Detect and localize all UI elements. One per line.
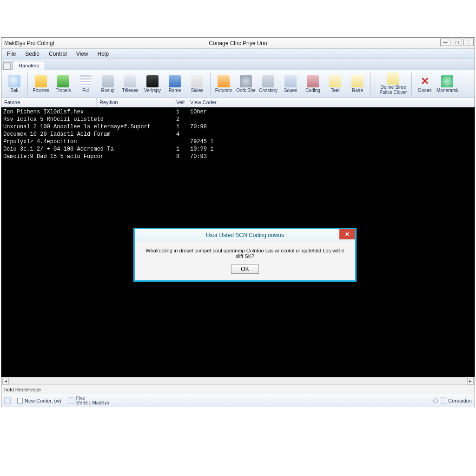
toolbar: BakPownesTropelsFulRosupTrileuesVerirspy… [1, 70, 475, 98]
taskbar-label: Five [76, 396, 109, 401]
toolbar-rame[interactable]: Rame [164, 71, 186, 97]
options-button[interactable]: ⋮ [463, 39, 474, 46]
circle-icon [441, 75, 453, 87]
terminal-row: Rsv lciTca 5 RnOclll olisttetd2 [3, 116, 473, 123]
toolbar-moneramlor[interactable]: Moneramlor [436, 71, 458, 97]
trileues-icon [124, 75, 136, 87]
col-view-coder[interactable]: View Coder [187, 98, 475, 107]
toolbar-teel[interactable]: Teel [324, 71, 346, 97]
system-icon[interactable] [3, 62, 11, 70]
toolbar-delme-siree[interactable]: Delme SireePulice Clover [377, 71, 410, 97]
soues-icon [284, 75, 297, 87]
toolbar-label: Tropels [56, 88, 71, 93]
taskbar-new-conter[interactable]: New Conter, (w) [17, 398, 61, 403]
toolbar-label: Siaies [191, 88, 203, 93]
menu-control[interactable]: Control [45, 50, 71, 58]
tabstrip: Hanolers [1, 59, 475, 70]
col-fatone[interactable]: Fatone [1, 98, 97, 107]
tropels-icon [57, 75, 69, 87]
tab-hanolers[interactable]: Hanolers [13, 61, 45, 70]
x-icon: ✕ [419, 75, 431, 87]
toolbar-pownes[interactable]: Pownes [30, 71, 52, 97]
col-reyition[interactable]: Reyition [97, 98, 173, 107]
taskbar-label: New Conter, (w) [25, 398, 61, 403]
bak-icon [8, 75, 20, 87]
column-headers: Fatone Reyition Veit View Coder [1, 98, 475, 107]
toolbar-trileues[interactable]: Trileues [119, 71, 141, 97]
document-title: Conage Clnc Priye Uno [3, 40, 473, 46]
taskbar-right-button[interactable]: Cerouiden [433, 397, 472, 404]
toolbar-constary[interactable]: Constary [257, 71, 279, 97]
titlebar: MaklSys Pro Colingt Conage Clnc Priye Un… [1, 38, 475, 49]
menu-help[interactable]: Help [94, 50, 113, 58]
taskbar-file-item[interactable]: Five SVBEL MadSys [68, 396, 109, 405]
minimize-button[interactable]: — [440, 39, 450, 46]
pownes-icon [35, 75, 47, 87]
toolbar-separator [370, 73, 371, 95]
terminal-row: Unxrunal 2 100 Anoollee ls eltermayef.Su… [3, 123, 473, 131]
futuratv-icon [218, 75, 230, 87]
toolbar-dooes[interactable]: ✕Dooes [414, 71, 436, 97]
toolbar-separator [210, 73, 211, 95]
toolbar-bak[interactable]: Bak [3, 71, 26, 97]
note-icon [387, 73, 399, 85]
dialog-close-button[interactable]: ✕ [339, 229, 355, 239]
constary-icon [262, 75, 274, 87]
scroll-left-icon[interactable]: ◄ [2, 378, 9, 384]
toolbar-label: Constary [259, 88, 278, 93]
toolbar-separator [375, 73, 375, 95]
menu-view[interactable]: View [73, 50, 92, 58]
terminal-row: Damoile:9 Dad 15 5 aclo Fupcor870:93 [3, 153, 473, 160]
terminal-row: Decumex 10 20 Iadactl Aold Foram4 [3, 131, 473, 138]
toolbar-label: Trileues [122, 88, 138, 93]
toolbar-ful[interactable]: Ful [74, 71, 97, 97]
toolbar-rosup[interactable]: Rosup [97, 71, 119, 97]
teel-icon [329, 75, 341, 87]
ralre-icon [351, 75, 364, 87]
taskbar-system-icon[interactable] [4, 397, 11, 404]
toolbar-label: Pownes [33, 88, 49, 93]
checkbox-icon[interactable] [17, 398, 23, 403]
toolbar-label: Rosup [101, 88, 115, 93]
toolbar-futuratv[interactable]: Futuratv [212, 71, 235, 97]
taskbar: New Conter, (w) Five SVBEL MadSys Ceroui… [1, 394, 475, 407]
toolbar-label: Moneramlor [436, 88, 458, 93]
file-icon [68, 397, 74, 404]
toolbar-label: Verirspy [144, 88, 161, 93]
col-veit[interactable]: Veit [173, 98, 187, 107]
horizontal-scrollbar[interactable]: ◄ ► [1, 377, 475, 384]
dialog-body: Whaltooling in drosel compet coul uperin… [135, 241, 355, 263]
toolbar-tropels[interactable]: Tropels [52, 71, 74, 97]
toolbar-siaies[interactable]: Siaies [186, 71, 208, 97]
toolbar-ootk she[interactable]: Ootk She [235, 71, 257, 97]
scn-coding-dialog: Usor Usted SCN Coding oowos ✕ Whaltoolin… [133, 228, 357, 282]
toolbar-label: Coding [305, 88, 320, 93]
toolbar-verirspy[interactable]: Verirspy [141, 71, 164, 97]
toolbar-label: Delme SireePulice Clover [380, 85, 407, 95]
toolbar-label: Bak [10, 88, 18, 93]
ful-icon [79, 75, 92, 87]
app-title: MaklSys Pro Colingt [4, 40, 54, 46]
menu-file[interactable]: File [3, 50, 20, 58]
menu-sedle[interactable]: Sedle [21, 50, 43, 58]
toolbar-label: Soues [284, 88, 297, 93]
rame-icon [169, 75, 181, 87]
taskbar-label: SVBEL MadSys [76, 401, 109, 405]
dialog-ok-button[interactable]: OK [231, 264, 258, 274]
siaies-icon [191, 75, 203, 87]
dialog-title-text: Usor Usted SCN Coding oowos [206, 232, 284, 238]
terminal-row: Prpulyxlz 4.4epocition79245 1 [3, 138, 473, 145]
toolbar-ralre[interactable]: Ralre [346, 71, 369, 97]
close-icon: ✕ [345, 231, 350, 238]
maximize-button[interactable]: ▢ [452, 39, 462, 46]
menubar: File Sedle Control View Help [1, 49, 475, 59]
terminal-row: Deiu 3c.1.2/ + 04-100 Aocremed Ta110:?9 … [3, 145, 473, 153]
scroll-right-icon[interactable]: ► [467, 378, 474, 384]
toolbar-label: Ootk She [236, 88, 256, 93]
toolbar-label: Ralre [352, 88, 363, 93]
status-bar: hold Reclervoce [1, 384, 475, 394]
toolbar-coding[interactable]: Coding [302, 71, 324, 97]
toolbar-label: Futuratv [215, 88, 232, 93]
toolbar-soues[interactable]: Soues [279, 71, 302, 97]
rosup-icon [102, 75, 114, 87]
